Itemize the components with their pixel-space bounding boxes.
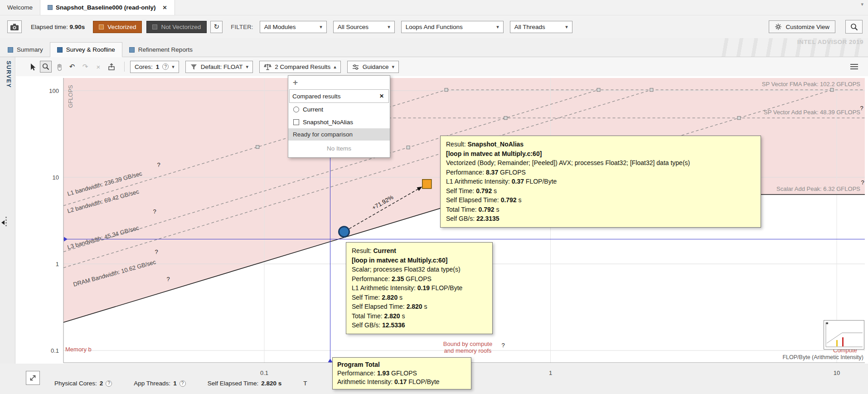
tooltip-row: Total Time: 0.792 s (446, 205, 755, 214)
chevron-down-icon[interactable]: ▾ (861, 0, 868, 15)
compare-scales-icon (264, 63, 272, 71)
chevron-down-icon: ▾ (320, 24, 322, 30)
compare-item-current[interactable]: Current (288, 103, 390, 116)
export-button[interactable] (106, 61, 117, 73)
survey-side-strip: SURVEY (0, 57, 15, 394)
roof-help-question-mark[interactable]: ? (501, 342, 504, 349)
search-icon (850, 23, 858, 31)
compared-results-dropdown[interactable]: 2 Compared Results ▴ (259, 61, 341, 73)
add-result-button[interactable]: + (288, 76, 390, 89)
roof-help-question-mark[interactable]: ? (860, 105, 863, 112)
close-tab-icon[interactable]: ✕ (163, 5, 167, 11)
not-vectorized-label: Not Vectorized (161, 24, 201, 30)
close-icon[interactable]: ✕ (378, 92, 386, 100)
app-threads-value: 1 (173, 380, 177, 387)
guidance-dropdown[interactable]: Guidance ▾ (347, 61, 399, 73)
help-icon[interactable]: ? (179, 380, 186, 387)
bound-by-roofs-line2: and memory roofs (427, 347, 509, 354)
roof-handle[interactable] (445, 88, 448, 92)
tab-snapshot-baseline[interactable]: Snapshot_Baseline000 (read-only) ✕ (40, 0, 175, 15)
roofline-toolbar: ↶ ↷ × Cores: 1 ? ▾ Default: FLOAT ▾ 2 Co… (16, 57, 868, 76)
self-elapsed-value: 2.820 s (261, 380, 281, 387)
compare-item-snapshot-noalias[interactable]: Snapshot_NoAlias (288, 116, 390, 128)
roof-help-question-mark[interactable]: ? (153, 208, 156, 215)
intel-advisor-logo: INTEL ADVISOR 2019 (797, 39, 863, 45)
tab-refinement-reports[interactable]: Refinement Reports (122, 42, 199, 57)
gear-icon (775, 23, 782, 30)
roof-help-question-mark[interactable]: ? (157, 161, 160, 168)
self-elapsed-label: Self Elapsed Time: (208, 380, 259, 387)
help-icon[interactable]: ? (162, 63, 169, 70)
roof-handle[interactable] (650, 88, 653, 92)
export-icon (107, 63, 116, 71)
tooltip-row: Vectorized (Body; Remainder; [Peeled]) A… (446, 158, 755, 168)
tooltip-row: Performance: 8.37 GFLOPS (446, 168, 755, 177)
fit-view-button[interactable] (26, 371, 40, 385)
help-icon[interactable]: ? (106, 380, 112, 387)
tab-welcome[interactable]: Welcome (0, 0, 40, 15)
checkbox-snapshot-noalias[interactable] (293, 119, 299, 125)
tooltip-program-total: Program TotalPerformance: 1.93 GFLOPSAri… (332, 357, 471, 389)
tab-survey-roofline[interactable]: Survey & Roofline (50, 42, 122, 57)
intel-advisor-window: Welcome Snapshot_Baseline000 (read-only)… (0, 0, 868, 394)
collapse-arrow-icon[interactable] (1, 220, 5, 225)
roofs-settings-label: Default: FLOAT (201, 63, 243, 70)
elapsed-time-label: Elapsed time: (31, 24, 68, 30)
roof-handle[interactable] (504, 117, 507, 120)
chevron-down-icon: ▾ (388, 24, 390, 30)
tooltip-row: Performance: 2.35 GFLOPS (352, 274, 487, 284)
roof-help-question-mark[interactable]: ? (155, 248, 158, 255)
elapsed-time-value: 9.90s (70, 24, 85, 30)
tooltip-row: Self Elapsed Time: 2.820 s (352, 302, 487, 311)
roof-help-question-mark[interactable]: ? (166, 276, 170, 282)
menu-icon[interactable] (850, 64, 858, 69)
pan-tool-button[interactable] (53, 61, 65, 73)
tooltip-row: Scalar; processes Float32 data type(s) (352, 265, 487, 274)
vectorized-toggle[interactable]: Vectorized (93, 21, 142, 33)
filter-sources-dropdown[interactable]: All Sources ▾ (333, 21, 395, 33)
roof-handle[interactable] (407, 146, 410, 149)
not-vectorized-toggle[interactable]: Not Vectorized (146, 21, 207, 33)
splitter-grip[interactable] (5, 217, 7, 226)
roof-help-question-mark[interactable]: ? (861, 179, 864, 186)
chevron-down-icon: ▾ (392, 64, 395, 70)
tooltip-row: [loop in matvec at Multiply.c:60] (446, 149, 755, 159)
radio-current[interactable] (293, 107, 299, 112)
bound-by-roofs-annotation: Bound by compute and memory roofs (427, 340, 509, 354)
tooltip-row: L1 Arithmetic Intensity: 0.37 FLOP/Byte (446, 177, 755, 186)
point-current[interactable] (339, 227, 349, 237)
roof-handle[interactable] (256, 146, 259, 149)
tooltip-row: Total Time: 2.820 s (352, 311, 487, 321)
resize-arrows-icon (28, 373, 38, 383)
roof-handle[interactable] (597, 88, 600, 92)
roof-handle[interactable] (737, 117, 741, 120)
roofs-settings-dropdown[interactable]: Default: FLOAT ▾ (185, 61, 253, 73)
filter-modules-dropdown[interactable]: All Modules ▾ (260, 21, 327, 33)
roof-handle[interactable] (830, 88, 834, 92)
cores-dropdown[interactable]: Cores: 1 ? ▾ (130, 61, 179, 73)
undo-button[interactable]: ↶ (66, 61, 78, 73)
snapshot-camera-button[interactable] (7, 20, 22, 33)
zoom-tool-button[interactable] (40, 61, 52, 73)
bound-by-roofs-line1: Bound by compute (427, 340, 509, 347)
tab-welcome-label: Welcome (7, 4, 33, 11)
tab-summary[interactable]: Summary (1, 42, 50, 57)
point-snapshot-noalias[interactable] (422, 180, 432, 189)
filter-threads-dropdown[interactable]: All Threads ▾ (510, 21, 572, 33)
customize-view-button[interactable]: Customize View (769, 20, 835, 33)
cancel-zoom-button[interactable]: × (92, 61, 104, 73)
compute-roof-label: SP Vector Add Peak: 48.39 GFLOPS (764, 109, 860, 116)
reload-filters-button[interactable]: ↻ (210, 21, 223, 33)
delta-label: +71.92% (371, 194, 395, 211)
redo-button[interactable]: ↷ (79, 61, 91, 73)
compare-item-current-label: Current (303, 106, 323, 113)
select-tool-button[interactable] (27, 61, 39, 73)
minimap[interactable] (824, 320, 864, 350)
tooltip-current: Result: Current[loop in matvec at Multip… (346, 242, 493, 334)
chevron-down-icon: ▾ (172, 64, 175, 70)
filter-loops-dropdown[interactable]: Loops And Functions ▾ (401, 21, 504, 33)
compared-results-header[interactable]: Compared results ✕ (289, 89, 389, 103)
chevron-up-icon: ▴ (334, 64, 336, 70)
hand-icon (55, 63, 63, 71)
search-button[interactable] (845, 20, 863, 34)
